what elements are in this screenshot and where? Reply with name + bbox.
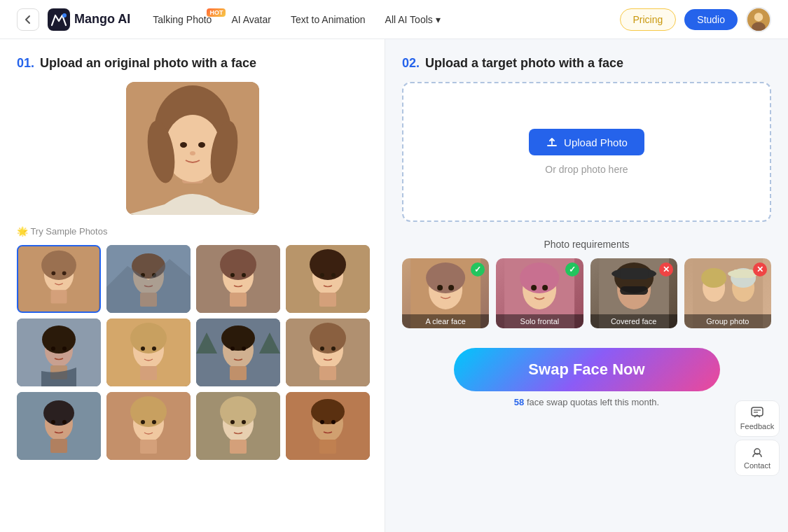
svg-point-46 [130, 323, 167, 354]
drop-text: Or drop photo here [545, 164, 628, 175]
logo: Mango AI [48, 8, 130, 31]
svg-point-40 [42, 326, 76, 354]
svg-point-1 [62, 13, 67, 18]
svg-point-70 [130, 396, 167, 427]
svg-point-85 [331, 420, 336, 424]
svg-rect-47 [140, 366, 157, 380]
svg-point-43 [62, 346, 67, 351]
hot-badge: HOT [207, 8, 226, 17]
requirements-grid: ✓ A clear face ✓ Solo frontal [402, 258, 771, 328]
user-avatar[interactable] [746, 7, 771, 32]
svg-rect-17 [50, 290, 67, 303]
svg-point-88 [426, 262, 465, 293]
req-badge-3: ✕ [659, 262, 673, 276]
svg-point-93 [520, 262, 559, 293]
svg-point-79 [242, 420, 246, 424]
svg-rect-65 [50, 439, 67, 453]
svg-point-31 [242, 273, 246, 277]
svg-point-73 [152, 420, 156, 424]
svg-rect-53 [230, 366, 247, 380]
nav-text-animation[interactable]: Text to Animation [291, 14, 366, 25]
sample-photo-12[interactable] [286, 392, 370, 460]
selected-photo-preview [126, 82, 259, 215]
sample-photo-8[interactable] [286, 318, 370, 386]
logo-icon [48, 8, 70, 31]
sample-photo-7[interactable] [196, 318, 280, 386]
svg-point-16 [41, 251, 76, 280]
req-badge-2: ✓ [565, 262, 579, 276]
nav-ai-avatar[interactable]: AI Avatar [231, 14, 271, 25]
header: Mango AI Talking Photo HOT AI Avatar Tex… [0, 0, 788, 39]
svg-rect-71 [140, 440, 157, 454]
svg-point-90 [448, 285, 454, 290]
sample-photo-6[interactable] [106, 318, 191, 386]
main-content: 01. Upload an original photo with a face [0, 39, 788, 532]
left-section-title: 01. Upload an original photo with a face [17, 56, 368, 71]
pricing-button[interactable]: Pricing [620, 8, 677, 31]
req-solo-frontal: ✓ Solo frontal [496, 258, 583, 328]
svg-point-9 [180, 142, 187, 148]
svg-point-58 [310, 323, 346, 354]
svg-point-78 [230, 420, 235, 424]
sample-photo-3[interactable] [196, 245, 280, 313]
svg-point-72 [141, 420, 145, 424]
nav-all-tools[interactable]: All AI Tools ▾ [385, 14, 441, 25]
header-right: Pricing Studio [620, 7, 772, 32]
swap-area: Swap Face Now 58 face swap quotas left t… [402, 348, 771, 407]
svg-rect-99 [620, 286, 648, 295]
upload-photo-button[interactable]: Upload Photo [529, 129, 644, 155]
upload-box[interactable]: Upload Photo Or drop photo here [402, 82, 771, 222]
sample-photo-11[interactable] [196, 392, 280, 460]
studio-button[interactable]: Studio [684, 9, 738, 30]
right-section-title: 02. Upload a target photo with a face [402, 56, 771, 71]
contact-button[interactable]: Contact [735, 440, 780, 476]
svg-rect-101 [620, 268, 648, 279]
svg-point-37 [331, 273, 336, 277]
svg-point-64 [43, 400, 74, 426]
contact-icon [751, 446, 763, 458]
svg-point-55 [242, 346, 246, 351]
requirements-title: Photo requirements [402, 239, 771, 250]
sample-label: 🌟 Try Sample Photos [17, 226, 368, 237]
swap-face-now-button[interactable]: Swap Face Now [454, 348, 720, 391]
logo-text: Mango AI [74, 12, 130, 27]
svg-point-4 [752, 22, 766, 31]
svg-point-95 [542, 285, 548, 290]
feedback-icon [751, 407, 763, 419]
svg-point-30 [230, 273, 235, 277]
quota-text: 58 face swap quotas left this month. [514, 397, 659, 407]
feedback-button[interactable]: Feedback [735, 400, 780, 437]
svg-point-66 [51, 420, 55, 424]
sample-photo-5[interactable] [17, 318, 101, 386]
sample-photo-4[interactable] [286, 245, 370, 313]
req-covered-face: ✕ Covered face [590, 258, 677, 328]
svg-rect-77 [230, 440, 247, 454]
side-actions: Feedback Contact [735, 400, 780, 476]
preview-svg [126, 82, 259, 215]
left-panel: 01. Upload an original photo with a face [0, 39, 385, 532]
svg-rect-59 [319, 366, 336, 380]
svg-point-36 [320, 273, 324, 277]
req-label-3: Covered face [590, 314, 677, 328]
sample-photo-10[interactable] [106, 392, 191, 460]
svg-point-61 [331, 346, 336, 351]
sample-photo-9[interactable] [17, 392, 101, 460]
svg-point-34 [310, 249, 346, 280]
main-nav: Talking Photo HOT AI Avatar Text to Anim… [153, 14, 619, 25]
svg-rect-35 [319, 293, 336, 307]
svg-point-42 [51, 346, 55, 351]
req-badge-4: ✕ [753, 262, 767, 276]
svg-point-54 [230, 346, 235, 351]
back-button[interactable] [17, 8, 39, 31]
nav-talking-photo[interactable]: Talking Photo HOT [153, 14, 212, 25]
svg-point-52 [221, 326, 255, 351]
svg-point-76 [220, 396, 256, 427]
svg-point-94 [531, 285, 537, 290]
req-label-2: Solo frontal [496, 314, 583, 328]
sample-photo-2[interactable] [106, 245, 191, 313]
sample-photo-1[interactable] [17, 245, 101, 313]
svg-point-49 [152, 346, 156, 351]
svg-point-104 [701, 268, 726, 288]
svg-point-89 [437, 285, 443, 290]
upload-section: 02. Upload a target photo with a face Up… [402, 56, 771, 222]
